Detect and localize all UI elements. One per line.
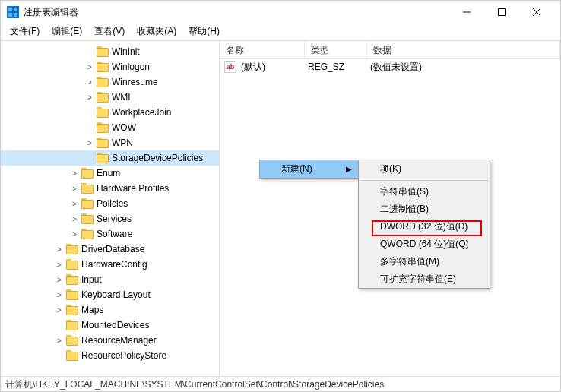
- tree-expander-icon[interactable]: >: [54, 276, 65, 284]
- col-name[interactable]: 名称: [220, 41, 305, 58]
- app-icon: [7, 6, 19, 18]
- tree-expander-icon[interactable]: >: [69, 200, 80, 208]
- tree-expander-icon[interactable]: >: [84, 63, 95, 71]
- folder-icon: [81, 168, 94, 179]
- ctx-item[interactable]: 多字符串值(M): [359, 253, 490, 270]
- menu-help[interactable]: 帮助(H): [182, 24, 226, 40]
- tree-item[interactable]: WOW: [1, 120, 219, 135]
- tree-expander-icon[interactable]: >: [84, 93, 95, 102]
- tree-item-label: Policies: [97, 198, 128, 209]
- tree-item[interactable]: >Hardware Profiles: [1, 181, 219, 196]
- tree-expander-icon[interactable]: >: [54, 261, 65, 269]
- value-type: REG_SZ: [308, 62, 370, 72]
- statusbar: 计算机\HKEY_LOCAL_MACHINE\SYSTEM\CurrentCon…: [1, 376, 560, 391]
- ctx-item-label: QWORD (64 位)值(Q): [380, 238, 469, 251]
- close-button[interactable]: [519, 1, 554, 24]
- tree-item[interactable]: >HardwareConfig: [1, 257, 219, 272]
- tree-item-label: Winresume: [112, 77, 158, 87]
- folder-icon: [97, 46, 109, 57]
- tree-item[interactable]: StorageDevicePolicies: [1, 150, 219, 166]
- tree-item[interactable]: >WPN: [1, 135, 219, 150]
- tree-item[interactable]: >Software: [1, 226, 219, 242]
- tree-item[interactable]: >Maps: [1, 302, 219, 318]
- tree-expander-icon[interactable]: >: [54, 291, 65, 299]
- ctx-item[interactable]: 字符串值(S): [359, 183, 490, 201]
- svg-rect-4: [14, 13, 17, 17]
- tree-item[interactable]: >Services: [1, 211, 219, 226]
- menu-view[interactable]: 查看(V): [88, 24, 131, 40]
- tree-expander-icon[interactable]: >: [84, 139, 95, 147]
- folder-icon: [81, 183, 94, 194]
- tree-item[interactable]: WorkplaceJoin: [1, 105, 219, 120]
- ctx-item[interactable]: 可扩充字符串值(E): [359, 270, 490, 288]
- tree-item[interactable]: >Enum: [1, 166, 219, 181]
- tree-expander-icon[interactable]: >: [69, 230, 80, 239]
- tree-item-label: WOW: [112, 122, 136, 133]
- folder-icon: [66, 259, 78, 270]
- tree-panel[interactable]: WinInit>Winlogon>Winresume>WMIWorkplaceJ…: [1, 41, 220, 376]
- tree-item[interactable]: >Winresume: [1, 74, 219, 90]
- tree-item-label: Enum: [97, 168, 120, 179]
- tree-item-label: ResourcePolicyStore: [81, 350, 166, 361]
- tree-item[interactable]: >ResourceManager: [1, 333, 219, 348]
- context-submenu: 项(K)字符串值(S)二进制值(B)DWORD (32 位)值(D)QWORD …: [358, 160, 490, 289]
- menubar: 文件(F) 编辑(E) 查看(V) 收藏夹(A) 帮助(H): [1, 24, 560, 40]
- tree-item[interactable]: WinInit: [1, 44, 219, 59]
- tree-item[interactable]: MountedDevices: [1, 318, 219, 333]
- maximize-button[interactable]: [484, 1, 519, 24]
- tree-expander-icon[interactable]: >: [84, 78, 95, 87]
- tree-item[interactable]: >Input: [1, 272, 219, 287]
- folder-icon: [81, 198, 94, 209]
- ctx-item-label: 可扩充字符串值(E): [380, 273, 456, 286]
- svg-rect-3: [8, 13, 12, 17]
- string-value-icon: ab: [224, 61, 236, 73]
- tree-item-label: ResourceManager: [81, 335, 157, 346]
- tree-item[interactable]: >Winlogon: [1, 59, 219, 74]
- menu-file[interactable]: 文件(F): [4, 24, 46, 40]
- folder-icon: [97, 122, 109, 133]
- folder-icon: [97, 107, 109, 118]
- menu-edit[interactable]: 编辑(E): [46, 24, 88, 40]
- tree-expander-icon[interactable]: >: [69, 169, 80, 178]
- tree-expander-icon[interactable]: >: [54, 306, 65, 315]
- tree-expander-icon[interactable]: >: [69, 185, 80, 193]
- ctx-item[interactable]: 项(K): [359, 160, 490, 178]
- tree-expander-icon[interactable]: >: [69, 215, 80, 223]
- tree-item[interactable]: >WMI: [1, 90, 219, 105]
- ctx-new[interactable]: 新建(N) ▶: [260, 160, 358, 178]
- menu-favorites[interactable]: 收藏夹(A): [131, 24, 182, 40]
- ctx-item[interactable]: QWORD (64 位)值(Q): [359, 236, 490, 253]
- value-name: (默认): [241, 61, 308, 74]
- tree-item[interactable]: >Keyboard Layout: [1, 287, 219, 302]
- ctx-item-label: 项(K): [380, 163, 401, 175]
- folder-icon: [66, 244, 78, 254]
- tree-item-label: MountedDevices: [81, 320, 149, 330]
- folder-icon: [66, 274, 78, 285]
- folder-icon: [97, 77, 109, 87]
- folder-icon: [97, 92, 109, 103]
- list-header: 名称 类型 数据: [220, 41, 560, 59]
- tree-item[interactable]: ResourcePolicyStore: [1, 348, 219, 363]
- ctx-item[interactable]: 二进制值(B): [359, 201, 490, 218]
- window-title: 注册表编辑器: [24, 6, 449, 19]
- col-type[interactable]: 类型: [305, 41, 367, 58]
- ctx-item[interactable]: DWORD (32 位)值(D): [359, 218, 490, 236]
- tree-item-label: Winlogon: [112, 62, 150, 72]
- tree-item[interactable]: >DriverDatabase: [1, 242, 219, 257]
- ctx-item-label: 字符串值(S): [380, 185, 429, 198]
- titlebar: 注册表编辑器: [1, 1, 560, 24]
- tree-item-label: Keyboard Layout: [81, 289, 151, 300]
- value-data: (数值未设置): [370, 61, 560, 74]
- list-row[interactable]: ab (默认) REG_SZ (数值未设置): [220, 59, 560, 74]
- minimize-button[interactable]: [449, 1, 484, 24]
- tree-expander-icon[interactable]: >: [54, 245, 65, 254]
- col-data[interactable]: 数据: [367, 41, 560, 58]
- tree-item-label: StorageDevicePolicies: [112, 153, 203, 163]
- folder-icon: [81, 213, 94, 224]
- tree-expander-icon[interactable]: >: [54, 337, 65, 345]
- ctx-item-label: 多字符串值(M): [380, 255, 439, 268]
- tree-item-label: Maps: [81, 305, 103, 315]
- tree-item[interactable]: >Policies: [1, 196, 219, 211]
- context-menu: 新建(N) ▶: [259, 160, 359, 179]
- tree-item-label: Input: [81, 274, 102, 285]
